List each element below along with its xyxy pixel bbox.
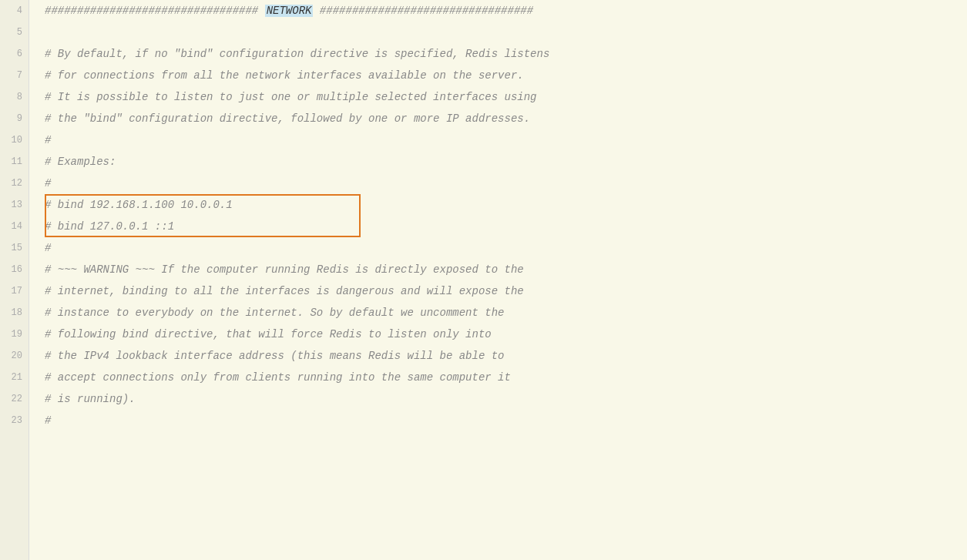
line-number: 15 bbox=[0, 237, 29, 259]
line-number: 19 bbox=[0, 324, 29, 345]
code-line: # Examples: bbox=[29, 151, 967, 173]
line-number: 20 bbox=[0, 345, 29, 367]
code-line: # ~~~ WARNING ~~~ If the computer runnin… bbox=[29, 259, 967, 280]
code-line: # instance to everybody on the internet.… bbox=[29, 302, 967, 324]
code-line: # the "bind" configuration directive, fo… bbox=[29, 108, 967, 129]
line-number: 9 bbox=[0, 108, 29, 129]
code-line: # It is possible to listen to just one o… bbox=[29, 86, 967, 108]
code-line: # bbox=[29, 237, 967, 259]
line-number: 12 bbox=[0, 173, 29, 194]
line-number: 17 bbox=[0, 280, 29, 302]
code-line: # for connections from all the network i… bbox=[29, 65, 967, 86]
line-number: 21 bbox=[0, 367, 29, 388]
code-line: # bbox=[29, 129, 967, 151]
code-line: # bbox=[29, 410, 967, 431]
line-number: 14 bbox=[0, 216, 29, 237]
code-area[interactable]: ################################# NETWOR… bbox=[29, 0, 967, 560]
code-line: ################################# NETWOR… bbox=[29, 0, 967, 22]
code-line: # By default, if no "bind" configuration… bbox=[29, 43, 967, 65]
line-numbers: 4567891011121314151617181920212223 bbox=[0, 0, 29, 560]
line-number: 13 bbox=[0, 194, 29, 216]
line-number: 18 bbox=[0, 302, 29, 324]
line-number: 23 bbox=[0, 410, 29, 431]
code-line: # the IPv4 lookback interface address (t… bbox=[29, 345, 967, 367]
code-line: # accept connections only from clients r… bbox=[29, 367, 967, 388]
line-number: 10 bbox=[0, 129, 29, 151]
line-number: 5 bbox=[0, 22, 29, 43]
line-number: 22 bbox=[0, 388, 29, 410]
code-line bbox=[29, 22, 967, 43]
line-number: 16 bbox=[0, 259, 29, 280]
line-number: 6 bbox=[0, 43, 29, 65]
code-line: # is running). bbox=[29, 388, 967, 410]
editor-container: 4567891011121314151617181920212223 #####… bbox=[0, 0, 967, 560]
network-highlight: NETWORK bbox=[265, 5, 314, 17]
line-number: 7 bbox=[0, 65, 29, 86]
line-number: 11 bbox=[0, 151, 29, 173]
line-number: 4 bbox=[0, 0, 29, 22]
line-number: 8 bbox=[0, 86, 29, 108]
code-line: # internet, binding to all the interface… bbox=[29, 280, 967, 302]
code-line: # following bind directive, that will fo… bbox=[29, 324, 967, 345]
code-line: # bind 192.168.1.100 10.0.0.1 bbox=[29, 194, 967, 216]
code-line: # bind 127.0.0.1 ::1 bbox=[29, 216, 967, 237]
code-line: # bbox=[29, 173, 967, 194]
